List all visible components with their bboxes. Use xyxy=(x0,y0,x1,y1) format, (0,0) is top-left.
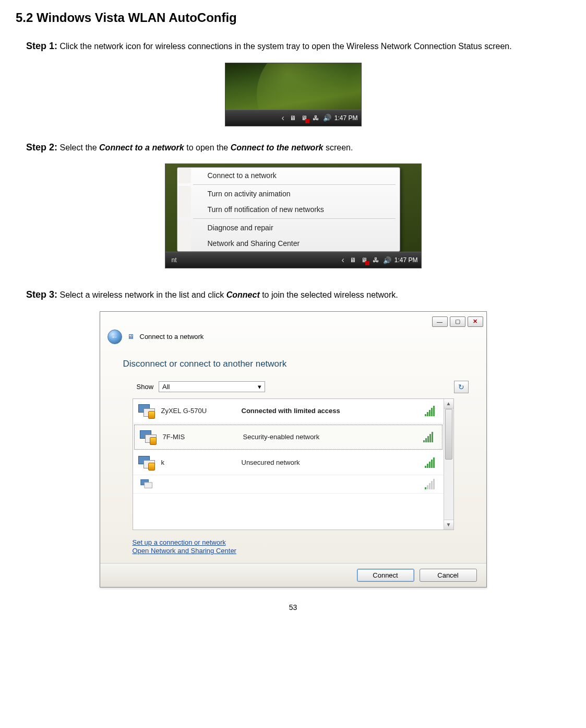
figure-systray: ‹ 🖥 🖥 🖧 🔊 1:47 PM xyxy=(225,63,362,126)
scroll-track[interactable] xyxy=(444,409,453,520)
cancel-button[interactable]: Cancel xyxy=(420,569,477,582)
page-number: 53 xyxy=(16,603,570,612)
clock-time: 1:47 PM xyxy=(334,114,358,122)
menu-connect-to-network[interactable]: Connect to a network xyxy=(178,168,400,183)
network-row-2-selected[interactable]: 7F-MIS Security-enabled network xyxy=(134,425,443,450)
volume-icon[interactable]: 🔊 xyxy=(323,114,331,122)
network-row-4-partial[interactable] xyxy=(133,475,444,494)
link-setup-connection[interactable]: Set up a connection or network xyxy=(133,538,477,546)
step1-text: Step 1: Click the network icon for wirel… xyxy=(26,38,570,54)
refresh-button[interactable]: ↻ xyxy=(454,381,469,393)
dialog-title: Disconnect or connect to another network xyxy=(123,359,477,369)
figure-connect-dialog: — ▢ ✕ ← 🖥 Connect to a network Disconnec… xyxy=(100,311,487,588)
network-adapter-icon xyxy=(138,404,154,418)
signal-strength-icon xyxy=(425,457,438,468)
network-name: 7F-MIS xyxy=(163,433,236,441)
signal-strength-icon xyxy=(425,479,438,489)
menu-separator xyxy=(193,184,396,185)
network-list: ZyXEL G-570U Connected with limited acce… xyxy=(133,398,454,530)
menu-diagnose-repair[interactable]: Diagnose and repair xyxy=(178,220,400,236)
menu-activity-animation[interactable]: Turn on activity animation xyxy=(178,186,400,202)
step1-label: Step 1: xyxy=(26,41,57,51)
network-status: Security-enabled network xyxy=(243,433,416,441)
step2-text: Step 2: Select the Connect to a network … xyxy=(26,139,570,156)
breadcrumb-title: Connect to a network xyxy=(140,333,204,340)
network-context-menu: Connect to a network Turn on activity an… xyxy=(177,167,400,252)
show-filter-row: Show All ▾ ↻ xyxy=(137,381,477,393)
network-adapter-icon xyxy=(140,430,156,444)
signal-strength-icon xyxy=(425,406,438,416)
network-row-1[interactable]: ZyXEL G-570U Connected with limited acce… xyxy=(133,399,444,424)
network-icon-2[interactable]: 🖧 xyxy=(372,256,380,264)
volume-icon[interactable]: 🔊 xyxy=(383,256,391,264)
menu-separator xyxy=(193,218,396,219)
show-dropdown-value: All xyxy=(162,383,170,391)
wireless-network-icon[interactable]: 🖥 xyxy=(300,114,308,122)
network-icon-2[interactable]: 🖧 xyxy=(312,114,320,122)
dialog-links: Set up a connection or network Open Netw… xyxy=(133,538,477,555)
step2: Step 2: Select the Connect to a network … xyxy=(26,139,570,156)
taskbar: nt ‹ 🖥 🖥 🖧 🔊 1:47 PM xyxy=(165,252,421,268)
scroll-up-icon[interactable]: ▲ xyxy=(444,399,453,409)
show-dropdown[interactable]: All ▾ xyxy=(159,381,265,392)
connect-button[interactable]: Connect xyxy=(357,569,414,582)
signal-strength-icon xyxy=(423,432,437,442)
step3-text: Step 3: Select a wireless network in the… xyxy=(26,287,570,303)
network-row-3[interactable]: k Unsecured network xyxy=(133,451,444,475)
network-globe-icon: 🖥 xyxy=(126,332,136,342)
network-adapter-icon xyxy=(140,479,151,489)
dialog-button-bar: Connect Cancel xyxy=(100,563,486,587)
taskbar-left-fragment: nt xyxy=(169,256,177,264)
chevron-down-icon: ▾ xyxy=(258,383,261,391)
show-label: Show xyxy=(137,383,154,391)
step3: Step 3: Select a wireless network in the… xyxy=(26,287,570,303)
network-name: k xyxy=(161,459,234,466)
step3-label: Step 3: xyxy=(26,289,57,300)
menu-turn-off-notification[interactable]: Turn off notification of new networks xyxy=(178,202,400,217)
section-heading: 5.2 Windows Vista WLAN AutoConfig xyxy=(16,10,570,25)
scrollbar[interactable]: ▲ ▼ xyxy=(444,399,453,530)
scroll-down-icon[interactable]: ▼ xyxy=(444,520,453,530)
tray-expand-icon[interactable]: ‹ xyxy=(281,113,284,123)
tray-expand-icon[interactable]: ‹ xyxy=(341,255,344,265)
network-icon[interactable]: 🖥 xyxy=(349,256,357,264)
menu-network-sharing-center[interactable]: Network and Sharing Center xyxy=(178,236,400,251)
dialog-body: Disconnect or connect to another network… xyxy=(100,359,486,563)
network-icon[interactable]: 🖥 xyxy=(289,114,297,122)
minimize-button[interactable]: — xyxy=(432,316,448,327)
network-name: ZyXEL G-570U xyxy=(161,407,234,415)
link-open-sharing-center[interactable]: Open Network and Sharing Center xyxy=(133,547,477,555)
network-adapter-icon xyxy=(138,456,154,469)
wireless-network-icon[interactable]: 🖥 xyxy=(360,256,368,264)
network-status: Unsecured network xyxy=(242,459,417,466)
maximize-button[interactable]: ▢ xyxy=(450,316,465,327)
clock-time: 1:47 PM xyxy=(394,256,418,264)
close-button[interactable]: ✕ xyxy=(468,316,483,327)
back-button[interactable]: ← xyxy=(107,330,122,344)
figure-context-menu: Connect to a network Turn on activity an… xyxy=(165,163,422,268)
scroll-thumb[interactable] xyxy=(445,409,452,460)
network-status: Connected with limited access xyxy=(242,407,417,415)
window-controls: — ▢ ✕ xyxy=(100,312,486,330)
step1: Step 1: Click the network icon for wirel… xyxy=(26,38,570,54)
taskbar: ‹ 🖥 🖥 🖧 🔊 1:47 PM xyxy=(225,110,361,126)
step2-label: Step 2: xyxy=(26,142,57,152)
breadcrumb: ← 🖥 Connect to a network xyxy=(100,330,486,349)
